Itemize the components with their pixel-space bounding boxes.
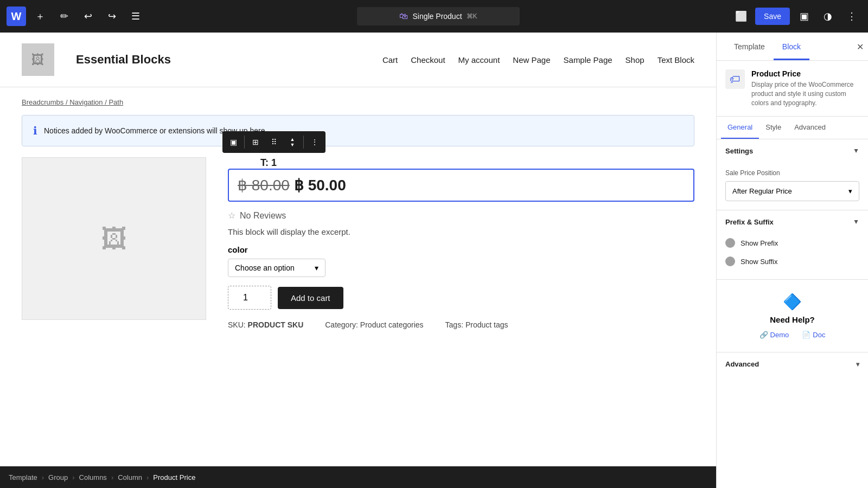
product-image-placeholder: 🖼 <box>22 157 206 320</box>
contrast-button[interactable]: ◑ <box>818 7 838 26</box>
show-suffix-label: Show Suffix <box>741 258 777 266</box>
block-move-button[interactable]: ⠿ <box>265 133 283 151</box>
tab-template[interactable]: Template <box>725 33 774 60</box>
color-select-chevron: ▾ <box>315 264 318 272</box>
add-block-button[interactable]: ＋ <box>30 7 50 26</box>
block-info: 🏷 Product Price Display price of the Woo… <box>717 61 868 117</box>
panel-close-button[interactable]: ✕ <box>857 41 864 52</box>
advanced-section[interactable]: Advanced ▾ <box>717 352 868 376</box>
prefix-suffix-chevron: ▲ <box>853 219 859 226</box>
show-prefix-row: Show Prefix <box>725 234 859 252</box>
list-view-button[interactable]: ☰ <box>126 7 145 26</box>
block-type-button[interactable]: ▣ <box>225 133 242 151</box>
breadcrumb-product-price[interactable]: Product Price <box>153 473 195 481</box>
right-panel: Template Block ✕ 🏷 Product Price Display… <box>716 33 868 488</box>
more-options-button[interactable]: ⋮ <box>842 7 861 26</box>
product-layout: 🖼 ▣ ⊞ ⠿ ▲▼ ⋮ <box>22 157 694 329</box>
block-icon: 🏷 <box>725 69 745 89</box>
nav-textblock[interactable]: Text Block <box>658 55 694 65</box>
add-to-cart-row: Add to cart <box>228 286 694 310</box>
nav-samplepage[interactable]: Sample Page <box>564 55 612 65</box>
category-label: Category: <box>325 320 358 329</box>
settings-label: Settings <box>725 147 753 155</box>
panel-content: 🏷 Product Price Display price of the Woo… <box>717 61 868 488</box>
sale-price-position-label: Sale Price Position <box>725 169 859 177</box>
block-view-button[interactable]: ▣ <box>794 7 814 26</box>
tab-general[interactable]: General <box>721 117 759 139</box>
color-label: color <box>228 245 694 254</box>
toolbar-divider2 <box>303 136 304 149</box>
sku-meta: SKU: PRODUCT SKU <box>228 320 303 329</box>
site-logo: 🖼 <box>22 43 54 76</box>
show-prefix-label: Show Prefix <box>741 239 778 247</box>
nav-cart[interactable]: Cart <box>382 55 398 65</box>
site-preview: 🖼 Essential Blocks Cart Checkout My acco… <box>0 33 716 466</box>
page-content: Breadcrumbs / Navigation / Path ℹ Notice… <box>0 87 716 340</box>
nav-newpage[interactable]: New Page <box>513 55 550 65</box>
sku-label: SKU: <box>228 320 246 329</box>
redo-button[interactable]: ↪ <box>102 7 122 26</box>
nav-checkout[interactable]: Checkout <box>411 55 445 65</box>
preview-button[interactable]: ⬜ <box>731 7 751 26</box>
demo-link[interactable]: 🔗 Demo <box>760 331 789 339</box>
category-meta: Category: Product categories <box>325 320 423 329</box>
breadcrumb-column[interactable]: Column <box>118 473 142 481</box>
advanced-chevron: ▾ <box>856 361 859 368</box>
canvas-area: 🖼 Essential Blocks Cart Checkout My acco… <box>0 33 716 488</box>
breadcrumb-columns[interactable]: Columns <box>79 473 107 481</box>
star-icon: ☆ <box>228 210 235 221</box>
show-prefix-toggle[interactable] <box>725 238 735 248</box>
block-desc: Display price of the WooCommerce product… <box>751 80 859 107</box>
save-button[interactable]: Save <box>755 8 790 25</box>
tab-style[interactable]: Style <box>759 117 788 139</box>
block-more-button[interactable]: ⋮ <box>306 133 323 151</box>
breadcrumb-sep-1: › <box>42 473 44 481</box>
breadcrumb[interactable]: Breadcrumbs / Navigation / Path <box>22 98 694 106</box>
breadcrumb-sep-4: › <box>146 473 149 481</box>
page-title-button[interactable]: 🛍 Single Product ⌘K <box>357 7 520 25</box>
doc-link[interactable]: 📄 Doc <box>802 331 825 339</box>
breadcrumb-sep-2: › <box>72 473 74 481</box>
tab-block[interactable]: Block <box>774 33 809 60</box>
color-select[interactable]: Choose an option ▾ <box>228 259 326 277</box>
top-toolbar: W ＋ ✏ ↩ ↪ ☰ 🛍 Single Product ⌘K ⬜ Save ▣… <box>0 0 868 33</box>
breadcrumb-group[interactable]: Group <box>48 473 68 481</box>
top-bar-center: 🛍 Single Product ⌘K <box>150 7 727 25</box>
settings-header[interactable]: Settings ▲ <box>717 139 868 163</box>
inner-tabs: General Style Advanced <box>717 117 868 139</box>
help-title: Need Help? <box>725 315 859 324</box>
add-to-cart-button[interactable]: Add to cart <box>278 287 343 309</box>
reviews-row: ☆ No Reviews <box>228 210 694 221</box>
site-name: Essential Blocks <box>76 53 171 67</box>
prefix-suffix-header[interactable]: Prefix & Suffix ▲ <box>717 210 868 234</box>
reviews-text: No Reviews <box>240 211 286 221</box>
product-meta: SKU: PRODUCT SKU Category: Product categ… <box>228 320 694 329</box>
breadcrumb-sep-3: › <box>111 473 113 481</box>
demo-label: Demo <box>770 331 789 339</box>
sale-price-position-dropdown[interactable]: After Regular Price ▾ <box>725 181 859 201</box>
advanced-label: Advanced <box>725 360 759 368</box>
block-align-button[interactable]: ⊞ <box>247 133 264 151</box>
block-title: Product Price <box>751 69 859 78</box>
nav-shop[interactable]: Shop <box>626 55 644 65</box>
edit-tools-button[interactable]: ✏ <box>54 7 74 26</box>
main-layout: 🖼 Essential Blocks Cart Checkout My acco… <box>0 33 868 488</box>
block-updown-button[interactable]: ▲▼ <box>284 133 301 151</box>
breadcrumb-template[interactable]: Template <box>9 473 37 481</box>
prefix-suffix-body: Show Prefix Show Suffix <box>717 234 868 279</box>
settings-chevron: ▲ <box>853 147 859 155</box>
nav-myaccount[interactable]: My account <box>458 55 500 65</box>
notice-icon: ℹ <box>33 124 37 137</box>
sale-price-position-value: After Regular Price <box>732 187 792 195</box>
help-icon: 🔷 <box>725 293 859 311</box>
show-suffix-toggle[interactable] <box>725 256 735 266</box>
undo-button[interactable]: ↩ <box>78 7 98 26</box>
settings-section: Settings ▲ Sale Price Position After Reg… <box>717 139 868 210</box>
page-shortcut: ⌘K <box>467 12 477 20</box>
price-box[interactable]: ฿ 80.00 ฿ 50.00 <box>228 169 694 202</box>
tags-label: Tags: <box>445 320 463 329</box>
sku-value: PRODUCT SKU <box>248 320 304 329</box>
color-select-value: Choose an option <box>235 264 295 272</box>
tab-advanced[interactable]: Advanced <box>788 117 832 139</box>
quantity-input[interactable] <box>228 286 271 310</box>
